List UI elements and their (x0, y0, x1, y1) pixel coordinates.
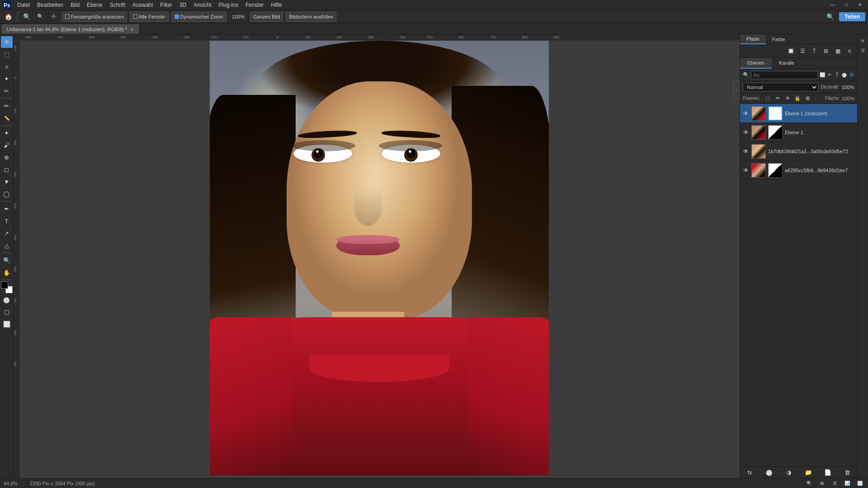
new-layer-button[interactable]: 📄 (822, 468, 833, 478)
menu-fenster[interactable]: Fenster (242, 0, 268, 9)
layer-filter-kind[interactable]: ⬜ (820, 70, 825, 80)
new-adjustment-layer-button[interactable]: ◑ (783, 468, 794, 478)
layer-item-4[interactable]: 👁 a6285cc5fb6...6b9426d1be7 (740, 161, 857, 180)
zoom-in-button[interactable]: ➕ (48, 11, 59, 22)
menu-ansicht[interactable]: Ansicht (190, 0, 215, 9)
delete-layer-button[interactable]: 🗑 (842, 468, 853, 478)
measure-tool[interactable]: 📏 (1, 112, 13, 124)
status-layout-btn[interactable]: ⊞ (817, 479, 826, 488)
tool-separator-3 (2, 201, 12, 202)
status-zoom-out[interactable]: 🔍 (805, 479, 814, 488)
pen-tool[interactable]: ✒ (1, 203, 13, 215)
layers-search-input[interactable] (751, 71, 818, 79)
layer-1-visibility-eye[interactable]: 👁 (743, 110, 749, 117)
close-button[interactable]: ✕ (854, 1, 866, 9)
add-layer-style-button[interactable]: fx (745, 468, 755, 478)
left-toolbox: ✢ ⬚ ⌾ ✦ ✂ ✏ 📏 ✦ 🖌 ⊕ ◻ ▼ ◯ ✒ T ↗ △ 🔍 ✋ ⬤ … (0, 34, 14, 478)
fit-window-button[interactable]: Fenstergröße anpassen (62, 12, 127, 22)
hand-tool[interactable]: ✋ (1, 267, 13, 278)
panel-toggle-layers[interactable]: ☰ (859, 46, 868, 55)
document-tab[interactable]: Unbenannt-1 bei 44,8% (Ebene 1 (reduzier… (2, 24, 139, 34)
tab-kanaele[interactable]: Kanäle (772, 58, 802, 69)
lock-all-btn[interactable]: ⊞ (803, 94, 811, 103)
status-icon-1[interactable]: ☰ (830, 479, 839, 488)
layer-4-visibility-eye[interactable]: 👁 (743, 167, 749, 174)
menu-schrift[interactable]: Schrift (106, 0, 129, 9)
tab-farbe[interactable]: Farbe (766, 34, 792, 44)
layer-filter-toggle[interactable]: ⦿ (849, 70, 854, 80)
lock-label: Fixieren: (743, 96, 760, 101)
screen-mode-btn[interactable]: ▢ (1, 306, 13, 318)
spot-heal-tool[interactable]: ✦ (1, 127, 13, 139)
lock-position-btn[interactable]: 🔒 (793, 94, 802, 103)
menu-auswahl[interactable]: Auswahl (129, 0, 156, 9)
brush-tool[interactable]: 🖌 (1, 139, 13, 151)
maximize-button[interactable]: □ (840, 1, 853, 9)
panel-toggle-1[interactable]: ≡ (859, 36, 868, 45)
home-button[interactable]: 🏠 (3, 11, 14, 22)
color-swatches (1, 282, 13, 293)
menu-hilfe[interactable]: Hilfe (268, 0, 286, 9)
dodge-tool[interactable]: ◯ (1, 188, 13, 200)
menu-datei[interactable]: Datei (14, 0, 33, 9)
lasso-tool[interactable]: ⌾ (1, 61, 13, 72)
layer-filter-3[interactable]: T (834, 70, 840, 80)
status-icon-3[interactable]: ⬜ (855, 479, 864, 488)
panel-icon-3[interactable]: T (809, 47, 819, 56)
tab-pfade[interactable]: Pfade (740, 34, 766, 44)
quick-mask-tool[interactable]: ⬤ (1, 294, 13, 305)
lock-paint-btn[interactable]: ✏ (774, 94, 782, 103)
tab-ebenen[interactable]: Ebenen (740, 58, 772, 69)
add-layer-mask-button[interactable]: ⬤ (764, 468, 775, 478)
menu-bild[interactable]: Bild (67, 0, 83, 9)
menu-3d[interactable]: 3D (176, 0, 190, 9)
shape-tool[interactable]: △ (1, 239, 13, 251)
layer-3-visibility-eye[interactable]: 👁 (743, 148, 749, 155)
menu-ebene[interactable]: Ebene (83, 0, 106, 9)
dynamic-zoom-button[interactable]: Dynamischer Zoom (171, 12, 226, 22)
frame-tool[interactable]: ⬜ (1, 318, 13, 330)
quick-select-tool[interactable]: ✦ (1, 73, 13, 84)
panel-icon-5[interactable]: ▦ (833, 47, 843, 56)
panel-search-button[interactable]: 🔍 (825, 11, 835, 22)
layer-item-2[interactable]: 👁 Ebene 1 (740, 123, 857, 142)
eyedropper-tool[interactable]: ✏ (1, 100, 13, 112)
search-button[interactable]: 🔍 (21, 11, 32, 22)
layer-2-visibility-eye[interactable]: 👁 (743, 129, 749, 136)
text-tool[interactable]: T (1, 215, 13, 227)
layer-filter-2[interactable]: ✏ (827, 70, 832, 80)
panel-icon-2[interactable]: ☰ (797, 47, 807, 56)
status-icon-2[interactable]: 📊 (843, 479, 852, 488)
minimize-button[interactable]: — (826, 1, 839, 9)
menu-filter[interactable]: Filter (156, 0, 176, 9)
layer-item-1[interactable]: 👁 Ebene 1 (reduziert) (740, 104, 857, 123)
panel-collapse-button[interactable]: › (733, 81, 740, 99)
fit-screen-button[interactable]: Ganzes Bild (250, 12, 283, 22)
all-windows-button[interactable]: Alle Fenster (130, 12, 169, 22)
menu-bearbeiten[interactable]: Bearbeiten (33, 0, 67, 9)
layer-item-3[interactable]: 👁 1b7dbb39dd21a1...0a5fcda93d5e72 (740, 142, 857, 161)
panel-icon-1[interactable]: 🔲 (786, 47, 796, 56)
lock-artboard-btn[interactable]: ✢ (783, 94, 792, 103)
new-group-button[interactable]: 📁 (803, 468, 814, 478)
fill-screen-button[interactable]: Bildschirm ausfüllen (286, 12, 336, 22)
blend-mode-select[interactable]: Normal (743, 83, 818, 92)
lock-transparent-btn[interactable]: ⬚ (764, 94, 772, 103)
paint-bucket-tool[interactable]: ▼ (1, 176, 13, 188)
selection-rect-tool[interactable]: ⬚ (1, 48, 13, 60)
path-select-tool[interactable]: ↗ (1, 227, 13, 239)
zoom-out-button[interactable]: 🔍 (35, 11, 46, 22)
stamp-tool[interactable]: ⊕ (1, 151, 13, 163)
canvas-image-area[interactable] (20, 41, 740, 478)
layer-filter-4[interactable]: ⬤ (842, 70, 847, 80)
zoom-value-display: 100% (229, 12, 247, 22)
crop-tool[interactable]: ✂ (1, 85, 13, 97)
panel-icon-6[interactable]: ≡ (844, 47, 854, 56)
share-button[interactable]: Teilen (839, 12, 865, 21)
zoom-tool[interactable]: 🔍 (1, 254, 13, 266)
tab-close-button[interactable]: ✕ (130, 27, 134, 32)
move-tool[interactable]: ✢ (1, 36, 13, 48)
eraser-tool[interactable]: ◻ (1, 164, 13, 175)
panel-icon-4[interactable]: ⊞ (821, 47, 831, 56)
menu-plugins[interactable]: Plug-ins (215, 0, 242, 9)
